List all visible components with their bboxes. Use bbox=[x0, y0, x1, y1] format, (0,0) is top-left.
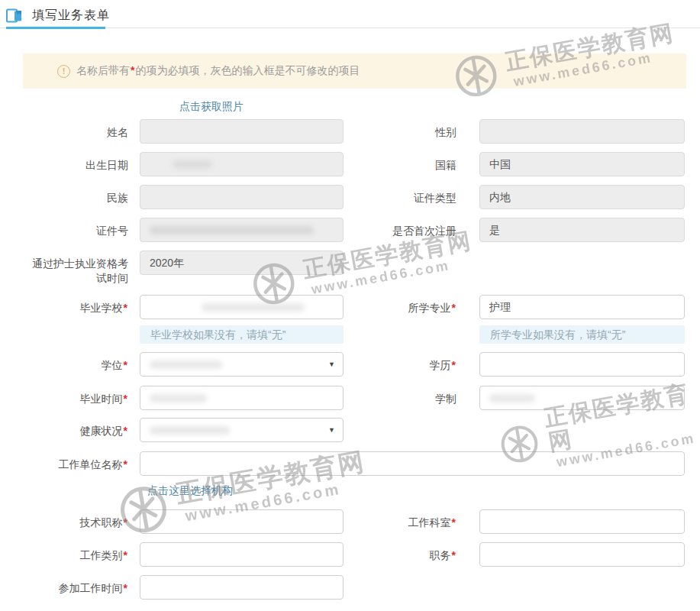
schooling-length-input[interactable] bbox=[479, 386, 685, 410]
chevron-down-icon: ▼ bbox=[328, 427, 335, 434]
form-row: 参加工作时间* bbox=[23, 575, 700, 600]
redacted-blur bbox=[173, 160, 212, 169]
required-asterisk: * bbox=[451, 549, 456, 561]
field-label: 民族 bbox=[23, 185, 128, 209]
field-label: 证件号 bbox=[23, 218, 128, 242]
gender-input[interactable] bbox=[479, 119, 685, 144]
required-asterisk: * bbox=[123, 516, 128, 529]
form-row: 技术职称* 工作科室* bbox=[23, 509, 700, 534]
redacted-blur bbox=[489, 394, 535, 402]
department-select[interactable] bbox=[479, 509, 685, 534]
major-hint: 所学专业如果没有，请填“无” bbox=[479, 325, 685, 344]
technical-title-select[interactable] bbox=[140, 509, 344, 534]
field-label: 工作科室* bbox=[344, 509, 456, 534]
field-label: 出生日期 bbox=[23, 152, 128, 176]
required-asterisk: * bbox=[123, 425, 128, 437]
required-asterisk: * bbox=[123, 549, 128, 561]
field-label: 是否首次注册 bbox=[344, 218, 456, 242]
work-category-select[interactable] bbox=[140, 542, 344, 567]
required-asterisk: * bbox=[123, 359, 128, 371]
redacted-blur bbox=[150, 394, 207, 402]
redacted-blur bbox=[150, 360, 222, 369]
birthdate-input[interactable] bbox=[140, 152, 344, 176]
exam-pass-year-input[interactable]: 2020年 bbox=[140, 251, 344, 275]
required-asterisk: * bbox=[123, 393, 128, 405]
form-row: 民族 证件类型 内地 bbox=[23, 185, 700, 209]
form-row: 工作类别* 职务* bbox=[23, 542, 700, 567]
field-label: 职务* bbox=[344, 542, 456, 567]
major-input[interactable]: 护理 bbox=[479, 295, 685, 319]
name-input[interactable] bbox=[140, 119, 344, 144]
redacted-blur bbox=[150, 226, 314, 234]
school-hint: 毕业学校如果没有，请填“无” bbox=[140, 325, 344, 344]
field-label: 毕业时间* bbox=[23, 386, 128, 410]
required-asterisk: * bbox=[123, 582, 128, 594]
field-label: 工作单位名称* bbox=[23, 451, 128, 476]
form-row: 毕业学校* 所学专业* 护理 bbox=[23, 295, 700, 319]
required-asterisk: * bbox=[451, 359, 456, 371]
field-label: 国籍 bbox=[344, 152, 456, 176]
graduation-date-input[interactable] bbox=[140, 386, 344, 410]
education-select[interactable] bbox=[479, 352, 685, 377]
field-label: 通过护士执业资格考试时间 bbox=[23, 251, 128, 286]
work-unit-input[interactable] bbox=[140, 451, 685, 476]
warning-circle-icon: ! bbox=[57, 65, 70, 78]
redacted-blur bbox=[150, 426, 230, 435]
ethnicity-input[interactable] bbox=[140, 185, 344, 209]
redacted-blur bbox=[202, 303, 305, 312]
form-row: 工作单位名称* bbox=[23, 451, 700, 476]
nationality-input[interactable]: 中国 bbox=[479, 152, 685, 176]
field-label: 性别 bbox=[344, 119, 456, 144]
field-label: 工作类别* bbox=[23, 542, 128, 567]
required-asterisk: * bbox=[123, 302, 128, 314]
field-label: 姓名 bbox=[23, 119, 128, 144]
page-header: 填写业务表单 bbox=[0, 0, 700, 29]
form-row: 通过护士执业资格考试时间 2020年 bbox=[23, 251, 700, 286]
form-book-icon bbox=[6, 8, 23, 24]
form-row: 学位* ▼ 学历* bbox=[23, 352, 700, 377]
select-institution-link[interactable]: 点击这里选择机构 bbox=[147, 484, 233, 496]
graduation-school-input[interactable] bbox=[140, 295, 344, 319]
first-registration-input[interactable]: 是 bbox=[479, 218, 685, 242]
field-label: 证件类型 bbox=[344, 185, 456, 209]
form-row: 姓名 性别 bbox=[23, 119, 700, 144]
field-label: 健康状况* bbox=[23, 418, 128, 442]
form-row: 毕业学校如果没有，请填“无” 所学专业如果没有，请填“无” bbox=[23, 325, 700, 344]
field-label: 参加工作时间* bbox=[23, 575, 128, 600]
field-label: 技术职称* bbox=[23, 509, 128, 534]
required-asterisk: * bbox=[451, 302, 456, 314]
chevron-down-icon: ▼ bbox=[328, 361, 335, 368]
page-title: 填写业务表单 bbox=[32, 8, 110, 24]
field-label: 毕业学校* bbox=[23, 295, 128, 319]
degree-select[interactable]: ▼ bbox=[140, 352, 344, 377]
form-row: 出生日期 国籍 中国 bbox=[23, 152, 700, 176]
header-accent-bar bbox=[6, 27, 105, 29]
form-row: 证件号 是否首次注册 是 bbox=[23, 218, 700, 242]
required-asterisk: * bbox=[123, 458, 128, 470]
notice-bar: ! 名称后带有*的项为必填项，灰色的输入框是不可修改的项目 bbox=[23, 53, 686, 89]
get-photo-link[interactable]: 点击获取照片 bbox=[179, 100, 244, 112]
field-label: 学历* bbox=[344, 352, 456, 377]
position-select[interactable] bbox=[479, 542, 685, 567]
field-label: 学制 bbox=[344, 386, 456, 410]
notice-text: 名称后带有*的项为必填项，灰色的输入框是不可修改的项目 bbox=[76, 64, 360, 78]
id-type-input[interactable]: 内地 bbox=[479, 185, 685, 209]
form-page: 填写业务表单 ! 名称后带有*的项为必填项，灰色的输入框是不可修改的项目 点击获… bbox=[0, 0, 700, 611]
id-number-input[interactable] bbox=[140, 218, 344, 242]
form-row: 健康状况* ▼ bbox=[23, 418, 700, 442]
field-label: 所学专业* bbox=[344, 295, 456, 319]
work-start-date-input[interactable] bbox=[140, 575, 344, 600]
form-row: 毕业时间* 学制 bbox=[23, 386, 700, 410]
required-asterisk: * bbox=[451, 516, 456, 529]
health-status-select[interactable]: ▼ bbox=[140, 418, 344, 442]
field-label: 学位* bbox=[23, 352, 128, 377]
